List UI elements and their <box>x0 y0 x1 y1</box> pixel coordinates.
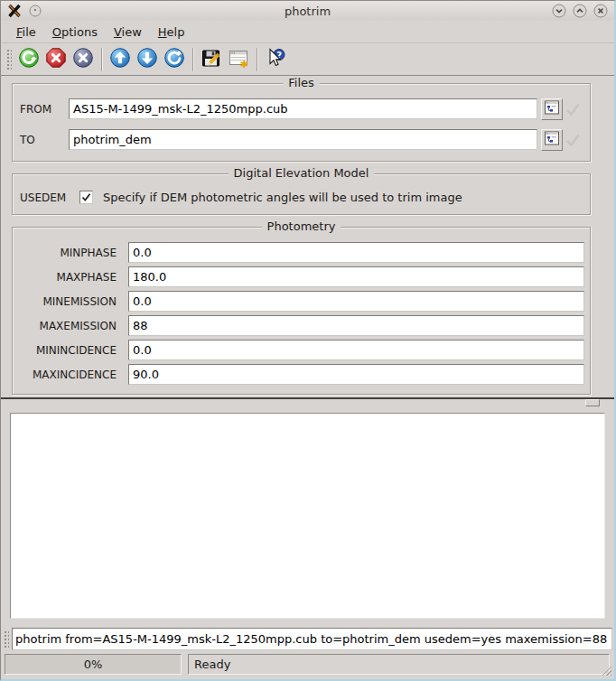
maxemission-input[interactable] <box>128 315 584 336</box>
maxphase-row: MAXPHASE <box>20 266 584 288</box>
usedem-label: USEDEM <box>20 191 79 204</box>
checkmark-icon <box>80 191 92 203</box>
window-title: photrim <box>1 5 614 18</box>
photrim-window: photrim File <box>0 0 616 681</box>
minphase-input[interactable] <box>128 242 584 263</box>
file-browser-icon <box>544 130 560 149</box>
titlebar[interactable]: photrim <box>1 1 614 21</box>
new-window-button[interactable]: ✱ <box>225 46 252 73</box>
previous-history-icon <box>109 47 131 71</box>
command-line-input[interactable] <box>12 628 612 650</box>
toolbar-drag-handle[interactable] <box>5 48 12 71</box>
file-browser-icon <box>544 99 560 118</box>
to-label: TO <box>20 134 69 146</box>
reset-icon <box>163 47 185 71</box>
progress-bar: 0% <box>5 654 182 675</box>
toolbar-separator <box>192 48 193 71</box>
menu-view[interactable]: View <box>106 23 150 42</box>
menubar: File Options View Help <box>1 21 614 43</box>
dem-group-legend: Digital Elevation Model <box>229 166 375 180</box>
log-output[interactable] <box>10 413 605 619</box>
minemission-input[interactable] <box>128 291 584 312</box>
svg-text:✱: ✱ <box>240 59 248 69</box>
parameter-area: Files FROM <box>1 76 614 396</box>
menu-file[interactable]: File <box>8 23 44 42</box>
status-message-panel: Ready <box>188 654 610 675</box>
from-valid-check-icon <box>563 98 583 120</box>
toolbar: ✱ ? <box>1 43 614 76</box>
to-valid-check-icon <box>563 129 583 151</box>
usedem-description: Specify if DEM photometric angles will b… <box>103 191 462 204</box>
close-button[interactable] <box>593 4 608 18</box>
exit-button[interactable] <box>70 46 97 73</box>
from-browse-button[interactable] <box>541 98 563 120</box>
maximize-button[interactable] <box>573 4 587 18</box>
status-bar: 0% Ready <box>1 651 614 679</box>
maxemission-row: MAXEMISSION <box>20 314 584 337</box>
exit-icon <box>72 47 94 71</box>
maxphase-label: MAXPHASE <box>20 271 128 284</box>
save-button[interactable] <box>198 46 225 73</box>
minphase-row: MINPHASE <box>20 241 584 264</box>
whats-this-button[interactable]: ? <box>262 46 289 73</box>
next-history-button[interactable] <box>134 46 161 73</box>
stop-button[interactable] <box>42 46 70 73</box>
reset-button[interactable] <box>161 46 188 73</box>
splitter-handle[interactable] <box>585 399 600 406</box>
splitter[interactable] <box>1 396 614 405</box>
maxincidence-label: MAXINCIDENCE <box>20 368 128 381</box>
from-input[interactable] <box>69 98 537 119</box>
photometry-group-legend: Photometry <box>262 219 341 233</box>
from-row: FROM <box>20 98 583 120</box>
save-icon <box>201 47 222 71</box>
run-icon <box>18 47 40 71</box>
status-message: Ready <box>194 658 230 671</box>
command-line-row <box>1 626 614 651</box>
minincidence-input[interactable] <box>128 340 584 360</box>
dem-group: Digital Elevation Model USEDEM Specify i… <box>12 173 591 215</box>
photometry-group: Photometry MINPHASE MAXPHASE MINEMISSION… <box>12 227 591 395</box>
maxphase-input[interactable] <box>128 266 584 287</box>
toolbar-separator <box>101 48 102 71</box>
to-input[interactable] <box>69 129 537 150</box>
minphase-label: MINPHASE <box>20 247 128 259</box>
minemission-label: MINEMISSION <box>20 295 128 308</box>
maxincidence-row: MAXINCIDENCE <box>20 363 584 386</box>
command-line-drag-handle[interactable] <box>3 630 9 648</box>
menu-help[interactable]: Help <box>150 23 193 42</box>
menu-options[interactable]: Options <box>44 23 106 42</box>
splitter-line <box>1 397 614 399</box>
minincidence-label: MININCIDENCE <box>20 344 128 357</box>
files-group: Files FROM <box>12 83 591 162</box>
usedem-row: USEDEM Specify if DEM photometric angles… <box>20 186 583 209</box>
previous-history-button[interactable] <box>107 46 134 73</box>
whats-this-icon: ? <box>265 47 286 71</box>
new-window-icon: ✱ <box>228 47 249 71</box>
to-browse-button[interactable] <box>541 129 563 151</box>
run-button[interactable] <box>15 46 42 73</box>
minincidence-row: MININCIDENCE <box>20 339 584 361</box>
maxemission-label: MAXEMISSION <box>20 320 128 332</box>
log-area <box>1 405 614 626</box>
minemission-row: MINEMISSION <box>20 290 584 313</box>
toolbar-separator <box>257 48 257 71</box>
from-label: FROM <box>20 103 69 116</box>
usedem-checkbox[interactable] <box>79 191 93 204</box>
stop-icon <box>45 47 67 71</box>
files-group-legend: Files <box>283 76 320 89</box>
progress-value: 0% <box>84 658 103 671</box>
to-row: TO <box>20 128 583 151</box>
minimize-button[interactable] <box>552 4 566 18</box>
maxincidence-input[interactable] <box>128 364 584 385</box>
next-history-icon <box>136 47 158 71</box>
